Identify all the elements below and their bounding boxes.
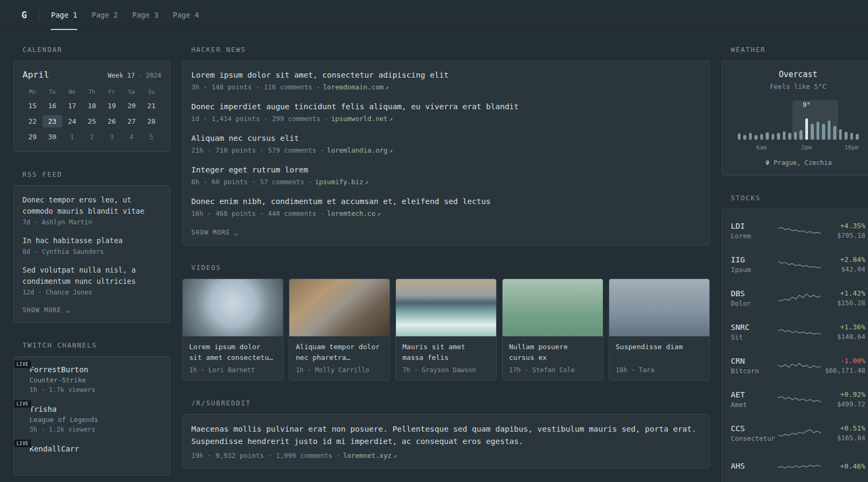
nav-tab[interactable]: Page 3	[132, 0, 159, 30]
nav-tab[interactable]: Page 2	[92, 0, 118, 30]
stock-sparkline	[778, 258, 821, 272]
stock-change: +0.46%	[821, 462, 865, 470]
stock-change: +0.92%	[821, 390, 865, 398]
video-card[interactable]: Mauris sit amet massa felis 7h · Grayson…	[395, 278, 497, 381]
rss-item-meta: 12d · Chance Jones	[23, 289, 161, 296]
subreddit-widget: /R/SUBREDDIT Maecenas mollis pulvinar er…	[182, 399, 710, 469]
stock-name: Ipsum	[731, 266, 778, 274]
calendar-day: 18	[82, 100, 102, 112]
widget-title-weather: WEATHER	[731, 46, 868, 54]
video-card[interactable]: Nullam posuere cursus ex 17h · Stefan Co…	[502, 278, 603, 381]
hn-item: Donec enim nibh, condimentum et accumsan…	[191, 196, 701, 217]
location-pin-icon	[765, 159, 770, 167]
stock-values: +0.51% $165.84	[821, 424, 865, 442]
video-card[interactable]: Aliquam tempor dolor nec pharetra… 1h · …	[289, 278, 390, 381]
widget-title-stocks: STOCKS	[731, 194, 868, 202]
twitch-channel-name: Trisha	[29, 405, 98, 413]
external-link-icon: ↗	[365, 179, 369, 186]
hn-show-more-button[interactable]: SHOW MORE ⌄	[191, 229, 239, 236]
calendar-day: 15	[23, 100, 42, 112]
stock-ticker: DBS	[731, 289, 778, 298]
twitch-channel-game: Counter-Strike	[29, 376, 95, 384]
hn-item-meta: 21h · 710 points · 579 comments ·loremla…	[191, 146, 701, 154]
subreddit-post-domain[interactable]: loremnet.xyz	[343, 451, 391, 460]
nav-tab[interactable]: Page 4	[173, 0, 199, 30]
calendar-day: 4	[122, 131, 141, 143]
video-title: Mauris sit amet massa felis	[402, 342, 490, 363]
stock-row[interactable]: LDI Lorem +4.35% $795.18	[731, 214, 865, 247]
hn-item-stats: 1d · 1,414 points · 299 comments ·	[191, 115, 328, 123]
twitch-channel-name: KendallCarr	[29, 445, 79, 453]
video-info: Mauris sit amet massa felis 7h · Grayson…	[396, 336, 496, 380]
hn-item-title[interactable]: Donec imperdiet augue tincidunt felis al…	[191, 101, 701, 112]
calendar-header: April Week 17· 2024	[23, 70, 161, 80]
app-logo[interactable]: G	[21, 10, 27, 20]
calendar-weekday: Th	[82, 88, 102, 95]
stocks-widget: STOCKS LDI Lorem +4.35% $79	[722, 194, 868, 482]
weather-bar	[839, 129, 842, 140]
stock-sparkline	[778, 224, 821, 238]
rss-card: Donec tempor eros leo, ut commodo mauris…	[13, 185, 170, 323]
rss-item-title[interactable]: In hac habitasse platea	[23, 235, 161, 246]
rss-item-title[interactable]: Donec tempor eros leo, ut commodo mauris…	[23, 194, 161, 217]
chevron-down-icon: ⌄	[65, 308, 71, 312]
stock-sparkline	[778, 460, 821, 474]
stock-id: CCS Consectetur	[731, 424, 778, 442]
hn-item-domain[interactable]: loremdomain.com	[323, 83, 384, 91]
video-thumbnail	[503, 279, 603, 336]
stock-change: +1.42%	[821, 289, 865, 297]
stock-name: Bitcorn	[731, 367, 778, 375]
stock-id: AHS	[731, 462, 778, 472]
video-info: Aliquam tempor dolor nec pharetra… 1h · …	[289, 336, 390, 380]
weather-bar	[760, 134, 764, 140]
stock-sparkline	[778, 291, 821, 305]
hn-item-title[interactable]: Aliquam nec cursus elit	[191, 133, 701, 144]
stock-id: SNRC Sit	[731, 323, 778, 341]
stock-row[interactable]: DBS Dolor +1.42% $156.28	[731, 281, 865, 315]
calendar-weekday: Fr	[102, 88, 122, 95]
subreddit-post-stats: 19h · 9,932 points · 1,090 comments ·	[191, 451, 340, 460]
weather-bars	[738, 116, 859, 140]
rss-item-title[interactable]: Sed volutpat nulla nisl, a condimentum n…	[23, 265, 161, 287]
subreddit-card: Maecenas mollis pulvinar erat non posuer…	[182, 414, 710, 469]
twitch-channel[interactable]: LIVE Trisha League of Legends 3h · 1.2k …	[23, 405, 161, 433]
stock-ticker: AET	[731, 390, 778, 399]
stock-ticker: CCS	[731, 424, 778, 433]
stock-row[interactable]: AHS +0.46%	[731, 450, 865, 482]
stock-row[interactable]: CRN Bitcorn -1.00% $66,171.48	[731, 349, 865, 382]
hn-item-title[interactable]: Donec enim nibh, condimentum et accumsan…	[191, 196, 701, 207]
stock-values: +4.35% $795.18	[821, 222, 865, 239]
hn-item-domain[interactable]: ipsumify.biz	[315, 178, 363, 186]
twitch-widget: TWITCH CHANNELS LIVE ForrestBurton Count…	[13, 341, 170, 476]
hn-item-title[interactable]: Lorem ipsum dolor sit amet, consectetur …	[191, 70, 701, 81]
rss-show-more-button[interactable]: SHOW MORE ⌄	[23, 306, 70, 314]
weather-bar	[738, 133, 741, 140]
hn-item-title[interactable]: Integer eget rutrum lorem	[191, 164, 701, 176]
subreddit-post-title[interactable]: Maecenas mollis pulvinar erat non posuer…	[191, 423, 701, 448]
rss-widget: RSS FEED Donec tempor eros leo, ut commo…	[13, 170, 170, 323]
hn-item-domain[interactable]: loremtech.co	[327, 209, 375, 217]
weather-peak-label: 9°	[803, 101, 810, 109]
calendar-year: · 2024	[138, 72, 161, 79]
hn-item-domain[interactable]: ipsumworld.net	[331, 115, 387, 123]
nav-tab[interactable]: Page 1	[51, 0, 77, 30]
stock-row[interactable]: CCS Consectetur +0.51% $165.84	[731, 416, 865, 450]
stock-id: IIG Ipsum	[731, 255, 778, 274]
calendar-month: April	[23, 70, 49, 80]
twitch-channel[interactable]: LIVE ForrestBurton Counter-Strike 1h · 1…	[23, 365, 161, 394]
video-title: Aliquam tempor dolor nec pharetra…	[296, 342, 383, 363]
calendar-week-label: Week 17· 2024	[108, 72, 161, 79]
weather-times: 6am2pm10pm	[738, 144, 859, 152]
calendar-day: 23	[42, 115, 62, 127]
video-card[interactable]: Lorem ipsum dolor sit amet consectetu… 1…	[182, 278, 283, 381]
weather-widget: WEATHER Overcast Feels like 5°C 9° 6am2p…	[722, 46, 868, 176]
twitch-channel[interactable]: LIVE KendallCarr	[23, 445, 161, 455]
stock-row[interactable]: SNRC Sit +1.36% $148.64	[731, 315, 865, 349]
hn-item-domain[interactable]: loremlandia.org	[327, 146, 387, 154]
video-card[interactable]: Suspendisse diam 18h · Tara	[609, 278, 710, 381]
stock-row[interactable]: IIG Ipsum +2.84% $42.04	[731, 247, 865, 281]
video-info: Suspendisse diam 18h · Tara	[609, 336, 709, 380]
stock-row[interactable]: AET Amet +0.92% $499.72	[731, 382, 865, 416]
calendar-day: 29	[23, 131, 42, 143]
stock-price: $156.28	[821, 299, 865, 307]
